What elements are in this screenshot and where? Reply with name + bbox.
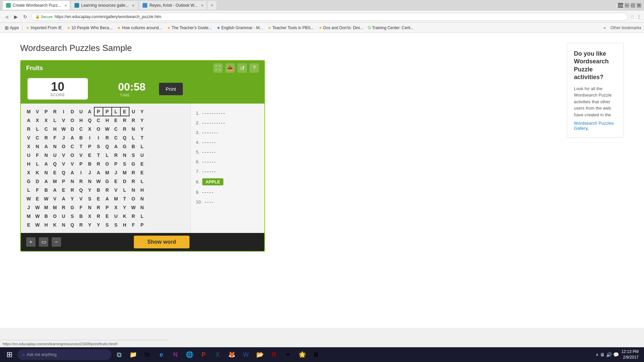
grid-cell[interactable]: W [59,125,68,133]
grid-cell[interactable]: S [112,221,120,229]
grid-cell[interactable]: M [24,212,33,221]
grid-cell[interactable]: G [68,203,77,212]
word-list-item[interactable]: 10.---- [196,199,259,205]
grid-cell[interactable]: L [24,186,33,194]
bookmark-english-grammar[interactable]: ★ English Grammar - M... [215,25,265,31]
word-list-item[interactable]: 9.----- [196,189,259,195]
grid-cell[interactable]: N [138,194,147,203]
taskbar-search[interactable]: ○ Ask me anything [17,349,111,360]
grid-cell[interactable]: I [59,107,68,116]
grid-cell[interactable]: Q [86,116,94,125]
grid-cell[interactable]: J [86,168,94,177]
grid-cell[interactable]: O [51,212,59,221]
grid-cell[interactable]: N [86,177,94,186]
tab-1[interactable]: Learning resources galle... ✕ [71,1,138,10]
grid-cell[interactable]: M [112,194,120,203]
grid-cell[interactable]: V [24,133,33,142]
grid-cell[interactable]: N [129,125,138,133]
grid-cell[interactable]: R [77,221,86,229]
fullscreen-icon[interactable]: ⛶ [213,63,223,73]
minimize-button[interactable]: ─ [625,3,629,8]
grid-cell[interactable]: R [94,203,103,212]
grid-cell[interactable]: B [94,186,103,194]
grid-cell[interactable]: L [112,107,120,116]
grid-cell[interactable]: C [112,133,120,142]
refresh-button[interactable]: ↻ [21,13,29,20]
zoom-reset-button[interactable]: ▭ [39,237,48,247]
word-list-item[interactable]: 5.------ [196,149,259,155]
grid-cell[interactable]: W [103,125,112,133]
grid-cell[interactable]: E [86,151,94,160]
start-button[interactable]: ⊞ [3,348,16,361]
grid-cell[interactable]: R [24,125,33,133]
grid-cell[interactable]: P [112,160,120,168]
print-button[interactable]: Print [159,83,183,95]
store-button[interactable]: 🛍 [141,348,154,361]
grid-cell[interactable]: L [129,133,138,142]
grid-cell[interactable]: N [33,142,42,151]
back-button[interactable]: ◀ [3,13,10,20]
grid-cell[interactable]: R [129,177,138,186]
grid-cell[interactable]: Q [120,133,129,142]
taskbar-app-12[interactable]: 🌟 [296,348,309,361]
grid-cell[interactable]: A [86,107,94,116]
grid-cell[interactable]: C [33,133,42,142]
grid-cell[interactable]: V [33,107,42,116]
bookmark-training[interactable]: G Training Center: Certi... [366,25,416,31]
grid-cell[interactable]: A [103,194,112,203]
grid-cell[interactable]: W [94,177,103,186]
grid-cell[interactable]: B [129,142,138,151]
edge-button[interactable]: e [155,348,168,361]
grid-cell[interactable]: R [94,160,103,168]
grid-cell[interactable]: D [68,107,77,116]
grid-cell[interactable]: A [68,133,77,142]
volume-icon[interactable]: 🔊 [606,352,612,357]
grid-cell[interactable]: S [120,160,129,168]
grid-cell[interactable]: M [120,168,129,177]
grid-cell[interactable]: A [42,177,51,186]
grid-cell[interactable]: G [103,177,112,186]
grid-cell[interactable]: R [94,212,103,221]
grid-cell[interactable]: D [120,177,129,186]
grid-cell[interactable]: M [42,203,51,212]
grid-cell[interactable]: Q [77,186,86,194]
show-word-button[interactable]: Show word [134,236,189,248]
grid-cell[interactable]: I [94,133,103,142]
forward-button[interactable]: ▶ [12,13,19,20]
grid-cell[interactable]: V [59,116,68,125]
grid-cell[interactable]: O [68,116,77,125]
grid-cell[interactable]: P [42,107,51,116]
grid-cell[interactable]: J [59,133,68,142]
grid-cell[interactable]: E [120,107,129,116]
grid-cell[interactable]: Y [138,125,147,133]
grid-cell[interactable]: N [138,203,147,212]
grid-cell[interactable]: C [77,125,86,133]
grid-cell[interactable]: R [129,212,138,221]
chevron-up-icon[interactable]: ∧ [596,352,599,357]
grid-cell[interactable]: U [138,151,147,160]
more-bookmarks[interactable]: » [601,25,608,31]
bookmark-dos-donts[interactable]: ★ Dos and Don'ts: Dini... [317,25,365,31]
grid-cell[interactable]: E [94,194,103,203]
grid-cell[interactable]: U [59,212,68,221]
grid-cell[interactable]: Y [86,186,94,194]
grid-cell[interactable]: L [51,116,59,125]
grid-cell[interactable]: E [24,221,33,229]
grid-cell[interactable]: R [51,107,59,116]
grid-cell[interactable]: N [129,186,138,194]
help-icon[interactable]: ? [250,63,259,73]
grid-cell[interactable]: H [103,116,112,125]
grid-cell[interactable]: L [138,177,147,186]
grid-cell[interactable]: A [24,116,33,125]
grid-cell[interactable]: B [42,212,51,221]
grid-cell[interactable]: U [112,212,120,221]
grid-cell[interactable]: L [138,212,147,221]
grid-cell[interactable]: R [103,186,112,194]
grid-cell[interactable]: A [42,142,51,151]
zoom-out-button[interactable]: − [52,237,61,247]
grid-cell[interactable]: N [42,151,51,160]
grid-cell[interactable]: S [86,194,94,203]
grid-cell[interactable]: Y [86,221,94,229]
grid-cell[interactable]: H [42,221,51,229]
grid-cell[interactable]: L [33,125,42,133]
